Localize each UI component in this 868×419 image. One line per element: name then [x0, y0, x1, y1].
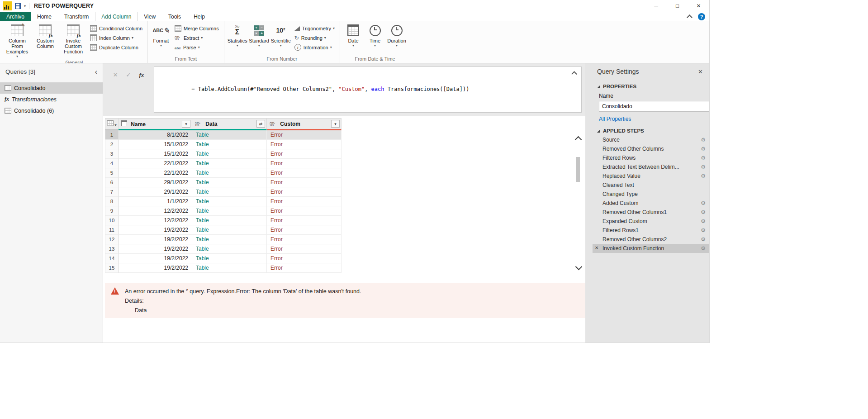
column-header-name[interactable]: Name ▾	[119, 118, 192, 130]
row-number[interactable]: 14	[105, 254, 119, 263]
ribbon-tab[interactable]: Add Column	[95, 12, 138, 21]
cell-name-value[interactable]: 12/2/2022	[119, 206, 192, 216]
gear-icon[interactable]	[701, 146, 706, 152]
cell-error-link[interactable]: Error	[267, 216, 342, 225]
gear-icon[interactable]	[701, 236, 706, 243]
ribbon-tab[interactable]: Help	[187, 12, 211, 21]
cell-name-value[interactable]: 1/1/2022	[119, 197, 192, 206]
maximize-button[interactable]: □	[667, 0, 688, 12]
properties-section-header[interactable]: PROPERTIES	[597, 84, 705, 89]
scientific-button[interactable]: 10² Scientific ▾	[270, 21, 292, 48]
gear-icon[interactable]	[701, 227, 706, 233]
duration-button[interactable]: Duration ▾	[386, 21, 408, 48]
cell-name-value[interactable]: 19/2/2022	[119, 244, 192, 254]
row-number[interactable]: 11	[105, 225, 119, 235]
collapse-ribbon-icon[interactable]	[687, 14, 693, 20]
merge-columns-button[interactable]: Merge Columns	[172, 24, 222, 33]
index-column-button[interactable]: Index Column ▾	[87, 33, 145, 43]
applied-step[interactable]: Source	[593, 135, 709, 144]
vertical-scrollbar[interactable]	[574, 137, 582, 269]
cell-error-link[interactable]: Error	[267, 178, 342, 187]
conditional-column-button[interactable]: Conditional Column	[87, 24, 145, 33]
select-all-corner-button[interactable]: ▾	[105, 118, 119, 130]
cell-table-link[interactable]: Table	[192, 225, 267, 235]
cell-name-value[interactable]: 19/2/2022	[119, 263, 192, 273]
extract-button[interactable]: Extract ▾	[172, 33, 222, 43]
cell-table-link[interactable]: Table	[192, 130, 267, 140]
gear-icon[interactable]	[701, 137, 706, 143]
custom-column-button[interactable]: fx Custom Column	[31, 21, 59, 50]
gear-icon[interactable]	[701, 173, 706, 179]
gear-icon[interactable]	[701, 200, 706, 206]
cell-table-link[interactable]: Table	[192, 140, 267, 149]
cell-name-value[interactable]: 29/1/2022	[119, 178, 192, 187]
column-from-examples-button[interactable]: Column From Examples ▾	[3, 21, 31, 59]
applied-step[interactable]: Filtered Rows	[593, 153, 709, 162]
close-settings-icon[interactable]: ✕	[698, 68, 703, 75]
gear-icon[interactable]	[701, 245, 706, 252]
query-name-input[interactable]	[599, 101, 709, 112]
row-number[interactable]: 3	[105, 149, 119, 159]
expand-column-icon[interactable]: ⇄	[256, 120, 265, 128]
applied-step[interactable]: Expanded Custom	[593, 217, 709, 226]
cell-name-value[interactable]: 8/1/2022	[119, 130, 192, 140]
row-number[interactable]: 12	[105, 235, 119, 244]
close-window-button[interactable]: ✕	[688, 0, 709, 12]
parse-button[interactable]: Parse ▾	[172, 43, 222, 52]
duplicate-column-button[interactable]: Duplicate Column	[87, 43, 145, 52]
format-button[interactable]: ABC Format ▾	[150, 21, 172, 48]
cell-table-link[interactable]: Table	[192, 235, 267, 244]
applied-step[interactable]: Removed Other Columns1	[593, 208, 709, 217]
save-icon[interactable]	[15, 3, 21, 9]
row-number[interactable]: 9	[105, 206, 119, 216]
cell-name-value[interactable]: 19/2/2022	[119, 254, 192, 263]
cell-table-link[interactable]: Table	[192, 206, 267, 216]
applied-step[interactable]: Removed Other Columns2	[593, 235, 709, 244]
delete-step-icon[interactable]	[595, 245, 601, 250]
cell-table-link[interactable]: Table	[192, 168, 267, 178]
cell-error-link[interactable]: Error	[267, 206, 342, 216]
row-number[interactable]: 8	[105, 197, 119, 206]
row-number[interactable]: 1	[105, 130, 119, 140]
cell-error-link[interactable]: Error	[267, 149, 342, 159]
cell-error-link[interactable]: Error	[267, 197, 342, 206]
row-number[interactable]: 2	[105, 140, 119, 149]
statistics-button[interactable]: ΧσΣ Statistics ▾	[227, 21, 248, 48]
scrollbar-thumb[interactable]	[576, 157, 580, 182]
ribbon-tab[interactable]: Tools	[162, 12, 187, 21]
help-icon[interactable]: ?	[698, 13, 705, 20]
invoke-custom-function-button[interactable]: fx Invoke Custom Function	[59, 21, 87, 55]
cell-name-value[interactable]: 15/1/2022	[119, 140, 192, 149]
query-list-item[interactable]: Consolidado	[0, 82, 103, 94]
cell-table-link[interactable]: Table	[192, 244, 267, 254]
applied-steps-section-header[interactable]: APPLIED STEPS	[597, 128, 705, 133]
rounding-button[interactable]: Rounding ▾	[292, 33, 337, 43]
filter-icon[interactable]: ▾	[331, 120, 340, 128]
cell-error-link[interactable]: Error	[267, 263, 342, 273]
cell-table-link[interactable]: Table	[192, 187, 267, 197]
cell-name-value[interactable]: 19/2/2022	[119, 235, 192, 244]
standard-button[interactable]: Standard ▾	[248, 21, 270, 48]
cell-name-value[interactable]: 22/1/2022	[119, 159, 192, 168]
cell-table-link[interactable]: Table	[192, 159, 267, 168]
cell-error-link[interactable]: Error	[267, 168, 342, 178]
cell-error-link[interactable]: Error	[267, 187, 342, 197]
query-list-item[interactable]: Transformaciones	[0, 94, 103, 105]
cell-error-link[interactable]: Error	[267, 244, 342, 254]
applied-step[interactable]: Cleaned Text	[593, 181, 709, 190]
row-number[interactable]: 15	[105, 263, 119, 273]
applied-step[interactable]: Replaced Value	[593, 171, 709, 181]
applied-step[interactable]: Added Custom	[593, 199, 709, 208]
row-number[interactable]: 10	[105, 216, 119, 225]
ribbon-tab[interactable]: Archivo	[0, 12, 31, 21]
cell-error-link[interactable]: Error	[267, 140, 342, 149]
cell-name-value[interactable]: 22/1/2022	[119, 168, 192, 178]
all-properties-link[interactable]: All Properties	[599, 116, 703, 122]
commit-formula-icon[interactable]: ✓	[126, 71, 131, 113]
query-list-item[interactable]: Consolidado (6)	[0, 105, 103, 116]
scroll-down-icon[interactable]	[575, 263, 582, 271]
scroll-up-icon[interactable]	[574, 136, 582, 143]
gear-icon[interactable]	[701, 155, 706, 161]
applied-step[interactable]: Extracted Text Between Delim...	[593, 162, 709, 171]
cell-error-link[interactable]: Error	[267, 159, 342, 168]
